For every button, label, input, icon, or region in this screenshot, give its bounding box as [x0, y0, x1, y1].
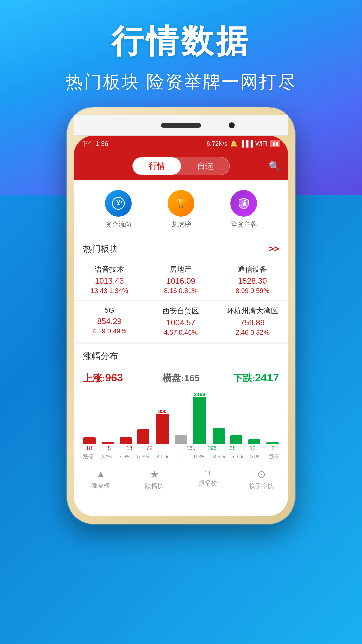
- bar-gt7: [102, 390, 114, 444]
- insurance-label: 险资举牌: [230, 220, 257, 229]
- sector-cell-6[interactable]: 环杭州湾大湾区 759.89 2.46 0.32%: [217, 301, 288, 342]
- insurance-icon: 盾: [230, 190, 257, 217]
- status-icons: 8.72K/s 🔔 ▐▐▐ WiFi ▮▮: [207, 140, 280, 147]
- phone-camera: [229, 122, 235, 128]
- hot-sectors-more[interactable]: >>: [269, 244, 279, 254]
- sector-change-5: 4.57 0.46%: [152, 329, 209, 336]
- chart-label-row: 涨停 >7% 7-5% 5-3% 3-0% 0 0-3% 3-5% 5-7% >…: [79, 453, 283, 463]
- phone-screen: 下午1:36 8.72K/s 🔔 ▐▐▐ WiFi ▮▮ 行情 自选 🔍: [74, 136, 288, 516]
- sector-cell-5[interactable]: 西安自贸区 1004.57 4.57 0.46%: [145, 301, 217, 342]
- bar-7-5: [120, 390, 132, 444]
- distribution-stats: 上涨:963 横盘:165 下跌:2417: [74, 366, 288, 390]
- phone-speaker: [161, 123, 201, 128]
- status-time: 下午1:36: [82, 139, 108, 148]
- sector-price-3: 1528.30: [224, 276, 282, 286]
- bar-dieting: [266, 390, 279, 444]
- sector-name-5: 西安自贸区: [152, 306, 209, 316]
- sector-name-1: 语音技术: [80, 264, 138, 274]
- tab-watchlist[interactable]: 自选: [181, 157, 229, 175]
- hero-section: 行情数据 热门板块 险资举牌一网打尽: [0, 20, 362, 94]
- sector-cell-3[interactable]: 通信设备 1528.30 8.99 0.59%: [217, 259, 288, 301]
- distribution-chart: 850 2169: [74, 390, 288, 463]
- sector-price-2: 1016.09: [152, 276, 209, 286]
- bottom-tab-amplitude[interactable]: ↑↓ 振幅榜: [181, 468, 235, 490]
- app-header: 行情 自选 🔍: [74, 152, 288, 180]
- quick-icons-row: ¥ 资金流向 🏆 龙虎榜: [74, 180, 288, 236]
- sector-price-5: 1004.57: [152, 318, 209, 327]
- hot-sectors-title: 热门板块: [83, 243, 118, 255]
- phone-outer-frame: 下午1:36 8.72K/s 🔔 ▐▐▐ WiFi ▮▮ 行情 自选 🔍: [67, 107, 295, 524]
- money-flow-label: 资金流向: [105, 220, 132, 229]
- sector-cell-4[interactable]: 5G 854.29 4.19 0.49%: [74, 301, 145, 342]
- sector-name-4: 5G: [80, 306, 138, 315]
- svg-text:¥: ¥: [116, 199, 121, 207]
- bottom-tab-fall[interactable]: ★ 跌幅榜: [127, 468, 181, 490]
- stat-down: 下跌:2417: [214, 372, 279, 385]
- svg-text:🏆: 🏆: [176, 197, 187, 208]
- fall-label: 跌幅榜: [145, 482, 163, 490]
- hero-subtitle: 热门板块 险资举牌一网打尽: [0, 70, 362, 94]
- sector-cell-2[interactable]: 房地产 1016.09 8.16 0.81%: [145, 259, 217, 301]
- app-content: ¥ 资金流向 🏆 龙虎榜: [74, 180, 288, 516]
- phone-notch: [74, 115, 288, 136]
- distribution-section: 涨幅分布 上涨:963 横盘:165 下跌:2417: [74, 342, 288, 463]
- sector-name-2: 房地产: [152, 264, 209, 274]
- quick-item-insurance[interactable]: 盾 险资举牌: [230, 190, 257, 229]
- rise-icon: ▲: [96, 468, 106, 480]
- sector-price-6: 759.89: [224, 318, 282, 327]
- sector-change-1: 13.43 1.34%: [80, 287, 138, 295]
- amplitude-icon: ↑↓: [204, 468, 212, 477]
- bar-flat: [175, 390, 187, 444]
- leaderboard-label: 龙虎榜: [171, 220, 191, 229]
- fall-icon: ★: [150, 468, 159, 480]
- sector-change-2: 8.16 0.81%: [152, 287, 209, 295]
- chart-bars-container: 850 2169: [79, 390, 283, 444]
- search-button[interactable]: 🔍: [268, 161, 280, 172]
- sector-price-1: 1013.43: [80, 276, 138, 286]
- phone-mockup: 下午1:36 8.72K/s 🔔 ▐▐▐ WiFi ▮▮ 行情 自选 🔍: [67, 107, 295, 524]
- sector-change-3: 8.99 0.59%: [224, 287, 282, 295]
- sector-change-4: 4.19 0.49%: [80, 327, 138, 335]
- quick-item-money-flow[interactable]: ¥ 资金流向: [105, 190, 132, 229]
- sector-change-6: 2.46 0.32%: [224, 329, 282, 336]
- turnover-icon: ⊙: [257, 468, 266, 480]
- status-bar: 下午1:36 8.72K/s 🔔 ▐▐▐ WiFi ▮▮: [74, 136, 288, 152]
- turnover-label: 换手率榜: [249, 482, 274, 490]
- bar-0-3-green: 2169: [193, 390, 206, 444]
- amplitude-label: 振幅榜: [199, 479, 217, 487]
- tab-market[interactable]: 行情: [133, 157, 181, 175]
- bar-5-7-green: [230, 390, 242, 444]
- hot-sectors-header: 热门板块 >>: [74, 236, 288, 259]
- sector-cell-1[interactable]: 语音技术 1013.43 13.43 1.34%: [74, 259, 145, 301]
- bottom-tabs: ▲ 涨幅榜 ★ 跌幅榜 ↑↓ 振幅榜 ⊙ 换手率榜: [74, 463, 288, 493]
- quick-item-leaderboard[interactable]: 🏆 龙虎榜: [168, 190, 194, 229]
- bar-3-5-green: [213, 390, 225, 444]
- bottom-tab-turnover[interactable]: ⊙ 换手率榜: [235, 468, 288, 490]
- rise-label: 涨幅榜: [92, 482, 110, 490]
- bar-gt7-green: [248, 390, 260, 444]
- tab-switcher: 行情 自选: [132, 157, 230, 175]
- stat-up: 上涨:963: [83, 372, 148, 385]
- leaderboard-icon: 🏆: [168, 190, 194, 217]
- bar-zhangting: [83, 390, 96, 444]
- sector-price-4: 854.29: [80, 317, 138, 326]
- hero-title: 行情数据: [0, 20, 362, 64]
- stat-flat: 横盘:165: [148, 372, 214, 385]
- bar-3-0: 850: [156, 390, 169, 444]
- distribution-title: 涨幅分布: [74, 344, 288, 366]
- chart-count-row: 18 5 18 72 165 196 38 12 2: [79, 444, 283, 453]
- sector-name-3: 通信设备: [224, 264, 282, 274]
- bar-5-3: [137, 390, 149, 444]
- sector-name-6: 环杭州湾大湾区: [224, 306, 282, 316]
- money-flow-icon: ¥: [105, 190, 132, 217]
- sectors-grid: 语音技术 1013.43 13.43 1.34% 房地产 1016.09 8.1…: [74, 259, 288, 342]
- svg-text:盾: 盾: [240, 200, 247, 207]
- bottom-tab-rise[interactable]: ▲ 涨幅榜: [74, 468, 127, 490]
